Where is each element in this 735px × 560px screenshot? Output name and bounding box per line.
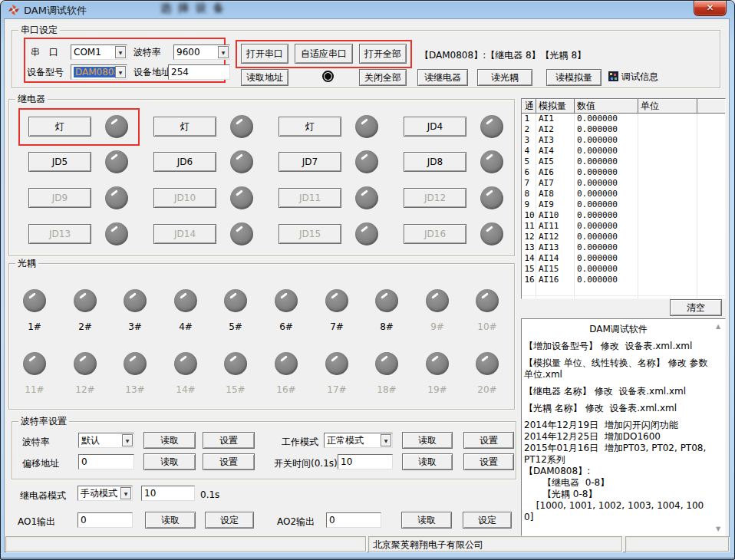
port-combo[interactable]: COM1 ▼ [71,44,127,60]
table-row[interactable]: 12AI120.000000 [522,232,726,242]
table-row[interactable]: 16AI160.000000 [522,275,726,285]
analog-table-header-row: 通模拟量数值单位 [522,100,726,114]
relay-button-6[interactable]: JD6 [153,152,216,172]
opto-group-title: 光耦 [15,258,38,268]
ao1-read-button[interactable]: 读取 [145,512,196,529]
relay-button-15: JD15 [279,224,341,244]
relay-button-2[interactable]: 灯 [153,117,216,137]
analog-table-header[interactable]: 模拟量 [536,100,575,114]
read-relay-button[interactable]: 读继电器 [417,69,468,86]
table-row[interactable]: 7AI70.000000 [522,178,726,189]
table-cell [638,156,697,167]
table-row[interactable]: 13AI130.000000 [522,242,726,253]
log-scroll-down-icon[interactable]: ▼ [714,525,723,533]
log-line: 2015年01月16日 增加PT03, PT02, PT08, PT12系列 [524,443,713,466]
table-cell: 0.000000 [575,114,638,124]
read-analog-button[interactable]: 读模拟量 [546,69,602,86]
open-serial-button[interactable]: 打开串口 [241,44,288,64]
relay-button-7[interactable]: JD7 [279,152,341,172]
table-row[interactable]: 11AI110.000000 [522,221,726,232]
table-row[interactable]: 4AI40.000000 [522,146,726,156]
read-opto-button[interactable]: 读光耦 [477,69,532,86]
offset-set-button[interactable]: 设置 [203,453,255,470]
model-combo[interactable]: DAM0808 ▼ [71,64,127,80]
table-cell: AI5 [536,156,575,167]
table-row[interactable]: 1AI10.000000 [522,114,726,124]
addr-input[interactable] [168,64,230,80]
table-row[interactable]: 6AI60.000000 [522,167,726,178]
baudset-combo[interactable]: 默认 ▼ [78,433,134,448]
table-row[interactable]: 14AI140.000000 [522,253,726,264]
switchtime-read-button[interactable]: 读取 [402,453,453,470]
relaymode-combo-dropdown-icon[interactable]: ▼ [120,487,131,499]
offset-input[interactable] [78,454,134,469]
open-all-button[interactable]: 打开全部 [359,44,407,64]
analog-table-header[interactable]: 数值 [575,100,638,114]
log-scroll-up-icon[interactable]: ▲ [714,323,723,331]
port-combo-dropdown-icon[interactable]: ▼ [115,46,126,58]
baud-combo[interactable]: 9600 ▼ [173,44,230,60]
ao2-set-button[interactable]: 设定 [463,512,512,529]
opto-label-19: 19# [414,384,460,395]
read-address-button[interactable]: 读取地址 [241,69,288,86]
relaymode-combo[interactable]: 手动模式 ▼ [77,486,133,501]
ao2-input[interactable] [326,512,381,528]
ao2-read-button[interactable]: 读取 [401,512,452,529]
workmode-combo[interactable]: 正常模式 ▼ [324,433,393,448]
analog-table-header[interactable]: 单位 [638,100,697,114]
relaymode-unit-label: 0.1s [200,489,219,500]
close-all-button[interactable]: 关闭全部 [359,69,407,86]
table-cell [697,146,726,156]
table-row[interactable]: 9AI90.000000 [522,199,726,210]
clear-button[interactable]: 清空 [670,299,722,316]
ao1-input[interactable] [77,512,133,528]
analog-table: 通模拟量数值单位 1AI10.0000002AI20.0000003AI30.0… [521,98,726,299]
table-cell: AI14 [536,253,575,264]
opto-lamp-2 [74,289,97,312]
baud-combo-dropdown-icon[interactable]: ▼ [218,46,229,58]
relay-button-13: JD13 [28,224,91,244]
close-button[interactable]: ✕ [694,1,727,16]
table-cell: 0.000000 [575,124,638,135]
workmode-combo-dropdown-icon[interactable]: ▼ [381,434,391,446]
table-row[interactable]: 15AI150.000000 [522,264,726,275]
table-cell [638,135,697,146]
baudset-combo-dropdown-icon[interactable]: ▼ [122,434,133,446]
switchtime-set-button[interactable]: 设置 [463,453,514,470]
baud-set-button[interactable]: 设置 [203,432,255,449]
workmode-label: 工作模式 [282,436,318,449]
table-cell: 0.000000 [575,275,638,285]
analog-table-header[interactable] [697,100,726,114]
analog-table-header[interactable]: 通 [522,100,536,114]
table-row[interactable]: 10AI100.000000 [522,210,726,221]
relay-button-4[interactable]: JD4 [404,117,466,137]
baud-read-button[interactable]: 读取 [143,432,196,449]
relay-button-5[interactable]: JD5 [28,152,91,172]
relaymode-time-input[interactable] [141,486,195,501]
ao1-set-button[interactable]: 设定 [205,512,254,529]
workmode-set-button[interactable]: 设置 [463,432,514,449]
table-row[interactable]: 8AI80.000000 [522,189,726,199]
auto-serial-button[interactable]: 自适应串口 [295,44,353,64]
relay-lamp-7 [355,150,378,173]
switchtime-input[interactable] [338,454,393,469]
opto-lamp-16 [275,352,298,375]
opto-lamp-18 [375,352,398,375]
relay-button-1[interactable]: 灯 [28,117,91,137]
relay-button-8[interactable]: JD8 [404,152,466,172]
relay-button-14: JD14 [153,224,216,244]
table-row[interactable]: 5AI50.000000 [522,156,726,167]
close-icon: ✕ [706,2,714,13]
model-combo-dropdown-icon[interactable]: ▼ [115,66,126,78]
table-row[interactable]: 2AI20.000000 [522,124,726,135]
opto-label-17: 17# [314,384,360,395]
log-line: 2014年12月25日 增加DO1600 [524,431,713,443]
table-cell: 1 [522,114,536,124]
log-panel: DAM调试软件【增加设备型号】 修改 设备表.xml.xml【模拟量 单位、线性… [521,318,726,536]
analog-table-body: 1AI10.0000002AI20.0000003AI30.0000004AI4… [522,114,726,300]
workmode-read-button[interactable]: 读取 [402,432,453,449]
offset-read-button[interactable]: 读取 [143,453,196,470]
table-row[interactable]: 3AI30.000000 [522,135,726,146]
table-cell: 9 [522,199,536,210]
relay-button-3[interactable]: 灯 [279,117,341,137]
